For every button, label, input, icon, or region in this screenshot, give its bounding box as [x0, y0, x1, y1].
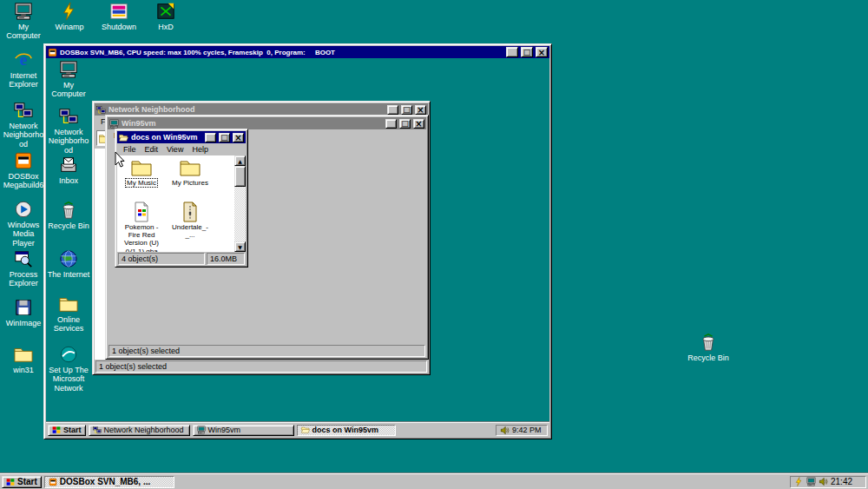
desktop-icon-network-neighborhood[interactable]: Network Neighborhood: [1, 101, 46, 149]
icon-label: Recycle Bin: [687, 354, 729, 362]
volume-icon[interactable]: [500, 426, 510, 435]
clock: 21:42: [831, 477, 852, 486]
w95-start-button[interactable]: Start: [48, 425, 86, 436]
file-label: Undertale_-_...: [168, 223, 213, 239]
recycle-bin-icon: [699, 333, 718, 352]
power-icon[interactable]: [794, 477, 804, 486]
network-icon: [14, 101, 33, 120]
task-network-neighborhood[interactable]: Network Neighborhood: [89, 425, 190, 436]
icon-label: Set Up The Microsoft Network: [47, 366, 90, 393]
file-item-undertale[interactable]: Undertale_-_...: [168, 202, 213, 239]
folder-icon: [14, 345, 33, 364]
clock: 9:42 PM: [512, 426, 542, 434]
host-start-button[interactable]: Start: [2, 476, 42, 488]
task-docs-on-win95vm[interactable]: docs on Win95vm: [297, 425, 396, 436]
file-item-my-pictures[interactable]: My Pictures: [168, 157, 213, 187]
icon-label: Shutdown: [102, 23, 136, 31]
minimize-button[interactable]: [387, 105, 398, 115]
desktop-icon-my-computer[interactable]: My Computer: [1, 2, 46, 41]
icon-label: Recycle Bin: [48, 221, 89, 230]
file-list: My Music My Pictures Pokemon - Fire Red …: [117, 155, 234, 252]
display-icon[interactable]: [806, 477, 816, 486]
win95-taskbar: Start Network Neighborhood Win95vm docs …: [46, 422, 549, 437]
scroll-up-button[interactable]: [234, 155, 246, 166]
floppy-icon: [14, 298, 33, 317]
process-explorer-icon: [14, 249, 33, 268]
desktop-icon-hxd[interactable]: HxD: [143, 2, 188, 31]
icon-label: My Computer: [47, 81, 90, 99]
w95-icon-network-neighborhood[interactable]: Network Neighborhood: [46, 107, 91, 155]
network-icon: [59, 107, 78, 126]
dosbox-window: DOSBox SVN_MB6, CPU speed: max 100% cycl…: [43, 43, 552, 439]
desktop-icon-win31[interactable]: win31: [1, 345, 46, 374]
close-button[interactable]: [413, 119, 424, 129]
desktop-icon-internet-explorer[interactable]: Internet Explorer: [1, 50, 46, 89]
icon-label: Network Neighborhood: [2, 122, 45, 149]
folder-icon: [180, 157, 201, 178]
maximize-button[interactable]: [219, 133, 230, 142]
winamp-icon: [60, 2, 79, 21]
file-item-pokemon-rom[interactable]: Pokemon - Fire Red Version (U) (V1.1).gb…: [119, 202, 164, 252]
maximize-button[interactable]: [399, 119, 411, 129]
w95-icon-the-internet[interactable]: The Internet: [46, 249, 91, 279]
icon-label: Winamp: [55, 23, 83, 31]
desktop-icon-shutdown[interactable]: Shutdown: [96, 2, 141, 31]
dosbox-icon: [48, 48, 57, 57]
menu-view[interactable]: View: [162, 145, 187, 154]
folder-open-icon: [119, 133, 128, 142]
desktop-icon-process-explorer[interactable]: Process Explorer: [1, 249, 46, 288]
desktop-icon-winimage[interactable]: WinImage: [1, 298, 46, 327]
w95-icon-online-services[interactable]: Online Services: [46, 294, 91, 334]
ms-dos-icon: [109, 2, 128, 21]
scroll-down-button[interactable]: [234, 241, 246, 252]
docs-titlebar[interactable]: docs on Win95vm: [117, 131, 246, 143]
maximize-button[interactable]: [401, 105, 412, 115]
volume-icon[interactable]: [819, 477, 828, 486]
task-label: DOSBox SVN_MB6, ...: [60, 477, 150, 486]
minimize-button[interactable]: [385, 119, 397, 129]
start-label: Start: [17, 477, 37, 486]
docs-body: My Music My Pictures Pokemon - Fire Red …: [117, 155, 246, 252]
minimize-button[interactable]: [205, 133, 216, 142]
computer-icon: [197, 426, 206, 434]
hxd-icon: [156, 2, 175, 21]
w95-icon-inbox[interactable]: Inbox: [46, 155, 91, 185]
w95-icon-my-computer[interactable]: My Computer: [46, 60, 91, 99]
icon-label: Network Neighborhood: [47, 128, 90, 155]
dosbox-icon: [14, 151, 33, 170]
close-button[interactable]: [415, 105, 426, 115]
host-system-tray: 21:42: [790, 476, 866, 488]
file-label: My Pictures: [171, 179, 209, 187]
file-item-my-music[interactable]: My Music: [119, 157, 164, 187]
menu-help[interactable]: Help: [187, 145, 213, 154]
icon-label: Windows Media Player: [2, 221, 45, 248]
desktop-icon-recycle-bin[interactable]: Recycle Bin: [686, 333, 731, 362]
desktop-icon-media-player[interactable]: Windows Media Player: [1, 200, 46, 248]
network-icon: [96, 105, 106, 115]
globe-icon: [59, 249, 78, 268]
network-window-titlebar[interactable]: Network Neighborhood: [95, 103, 428, 116]
dosbox-icon: [49, 478, 57, 486]
menu-edit[interactable]: Edit: [141, 145, 163, 154]
dosbox-title: DOSBox SVN_MB6, CPU speed: max 100% cycl…: [60, 49, 503, 56]
status-bar: 1 object(s) selected: [108, 344, 426, 357]
win95vm-titlebar[interactable]: Win95vm: [108, 117, 426, 129]
dosbox-titlebar[interactable]: DOSBox SVN_MB6, CPU speed: max 100% cycl…: [46, 46, 549, 58]
task-win95vm[interactable]: Win95vm: [193, 425, 294, 436]
status-object-count: 4 object(s): [118, 253, 205, 265]
desktop-icon-winamp[interactable]: Winamp: [47, 2, 92, 31]
status-bar: 4 object(s) 16.0MB: [117, 252, 246, 265]
close-button[interactable]: [536, 47, 548, 57]
folder-icon: [131, 157, 152, 178]
w95-icon-recycle-bin[interactable]: Recycle Bin: [46, 201, 91, 230]
file-icon: [131, 202, 152, 222]
w95-icon-setup-msn[interactable]: Set Up The Microsoft Network: [46, 345, 91, 393]
scroll-thumb[interactable]: [234, 166, 246, 187]
close-button[interactable]: [233, 133, 244, 142]
computer-icon: [109, 119, 119, 129]
maximize-button[interactable]: [521, 47, 533, 57]
vertical-scrollbar[interactable]: [234, 155, 246, 252]
task-dosbox[interactable]: DOSBox SVN_MB6, ...: [44, 476, 174, 488]
minimize-button[interactable]: [506, 47, 518, 57]
desktop-icon-dosbox-megabuild[interactable]: DOSBox Megabuild6: [1, 151, 46, 190]
